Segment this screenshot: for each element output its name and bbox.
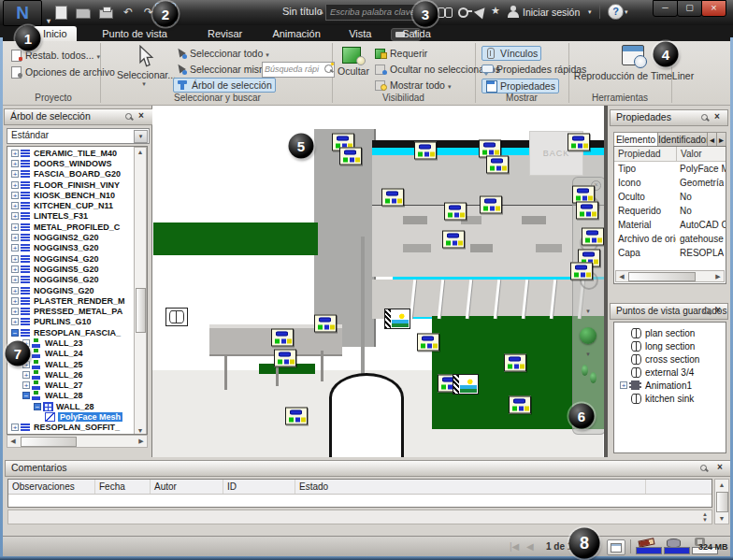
tree-item[interactable]: −RESOPLAN_FASCIA_ (9, 327, 133, 337)
viewpoint-item[interactable]: +Animation1 (614, 379, 726, 392)
collapse-icon[interactable]: − (11, 329, 19, 337)
orbit-tool-button[interactable] (580, 327, 596, 344)
link-annotation-icon[interactable] (486, 156, 509, 174)
file-options-button[interactable]: Opciones de archivo (10, 65, 115, 79)
sign-in-button[interactable]: Iniciar sesión (523, 7, 580, 18)
tree-item[interactable]: +KIOSK_BENCH_N10 (9, 190, 133, 200)
tree-item[interactable]: −WALL_28 (9, 401, 133, 411)
column-header-id[interactable]: ID (223, 480, 295, 494)
pin-icon[interactable] (702, 307, 711, 315)
reset-all-button[interactable]: Restab. todos... ▾ (10, 49, 100, 64)
tree-item[interactable]: +NOGGINS6_G20 (9, 275, 133, 285)
link-annotation-icon[interactable] (442, 231, 465, 249)
scene-viewport[interactable]: BACK × ▼ ▼ (152, 105, 604, 458)
dock-divider[interactable] (604, 105, 608, 457)
selection-tree-panel-title[interactable]: Árbol de selección × (4, 108, 153, 125)
link-annotation-icon[interactable] (285, 408, 308, 425)
quick-properties-button[interactable]: Propiedades rápidas (481, 63, 586, 76)
collapse-icon[interactable]: − (34, 403, 41, 410)
expand-icon[interactable]: + (11, 266, 19, 273)
expand-icon[interactable]: + (11, 212, 19, 220)
close-button[interactable]: × (701, 0, 726, 17)
undo-button[interactable]: ↶ (120, 5, 137, 20)
property-row[interactable]: CapaRESOPLA (614, 246, 726, 260)
scrollbar-thumb[interactable] (716, 492, 728, 512)
link-annotation-icon[interactable] (274, 350, 296, 367)
viewpoint-item[interactable]: kitchen sink (614, 392, 726, 405)
expand-icon[interactable]: + (11, 150, 19, 157)
expand-icon[interactable]: + (11, 202, 19, 209)
link-annotation-icon[interactable] (570, 263, 593, 280)
favorites-star-icon[interactable]: ★ (491, 5, 500, 17)
link-annotation-icon[interactable] (381, 189, 404, 207)
tree-item[interactable]: +KITCHEN_CUP_N11 (9, 200, 133, 210)
minimize-button[interactable]: ─ (653, 0, 678, 17)
cube-annotation-icon[interactable] (165, 308, 188, 326)
require-button[interactable]: Requerir (375, 47, 427, 60)
tree-item[interactable]: +PLASTER_RENDER_M (9, 295, 133, 306)
spinner-down-icon[interactable]: ▼ (702, 517, 708, 523)
hide-button[interactable]: Ocultar (336, 45, 371, 77)
tree-item[interactable]: +NOGGINS_G20 (9, 285, 133, 295)
viewpoint-item[interactable]: plan section (614, 326, 726, 339)
tab-punto-de-vista[interactable]: Punto de vista (93, 26, 177, 41)
communication-center-icon[interactable] (474, 4, 489, 19)
collapse-icon[interactable]: − (22, 392, 30, 399)
expand-icon[interactable]: + (11, 308, 19, 315)
expand-icon[interactable]: + (11, 244, 19, 251)
property-row[interactable]: IconoGeometría (614, 176, 726, 190)
column-header-autor[interactable]: Autor (151, 480, 223, 494)
link-annotation-icon[interactable] (568, 134, 590, 151)
properties-horizontal-scrollbar[interactable]: ◀ ▶ (615, 270, 725, 282)
chevron-down-icon[interactable]: ▼ (585, 309, 591, 314)
properties-grid[interactable]: Propiedad Valor TipoPolyFace MIconoGeome… (613, 146, 726, 284)
viewpoint-item[interactable]: external 3/4 (614, 366, 726, 379)
expand-icon[interactable]: + (11, 234, 19, 241)
subscription-key-icon[interactable] (458, 7, 471, 16)
link-annotation-icon[interactable] (444, 203, 467, 221)
pin-icon[interactable] (699, 464, 708, 472)
expand-icon[interactable]: + (11, 424, 19, 431)
expand-icon[interactable]: + (11, 223, 19, 231)
tree-vertical-scrollbar[interactable]: ▲ ▼ (134, 147, 147, 435)
expand-icon[interactable]: + (11, 192, 19, 199)
sheet-browser-button[interactable] (607, 539, 625, 555)
expand-icon[interactable]: + (11, 318, 19, 325)
comments-panel-title[interactable]: Comentarios × (5, 460, 733, 477)
link-annotation-icon[interactable] (509, 396, 531, 414)
viewpoint-item[interactable]: long section (614, 339, 726, 352)
viewpoint-link-icon[interactable] (384, 309, 410, 329)
new-file-button[interactable] (52, 5, 69, 20)
tree-item[interactable]: +FASCIA_BOARD_G20 (9, 169, 133, 179)
tree-item[interactable]: +WALL_27 (9, 381, 133, 391)
tree-item[interactable]: +FLOOR_FINISH_VINY (9, 179, 133, 190)
sign-in-dropdown-icon[interactable]: ▾ (588, 8, 592, 16)
open-file-button[interactable] (75, 5, 92, 20)
saved-viewpoints-list[interactable]: plan sectionlong sectioncross sectionext… (613, 322, 726, 453)
property-row[interactable]: TipoPolyFace M (614, 162, 726, 176)
expand-icon[interactable]: + (11, 170, 19, 178)
maximize-button[interactable]: ▢ (677, 0, 702, 17)
viewpoint-item[interactable]: cross section (614, 352, 726, 366)
tree-item[interactable]: +CERAMIC_TILE_M40 (9, 148, 133, 158)
quick-find-input[interactable]: Búsqueda rápi (262, 62, 335, 78)
link-annotation-icon[interactable] (480, 196, 502, 214)
scrollbar-thumb[interactable] (136, 288, 146, 333)
tree-item[interactable]: +RESOPLAN_SOFFIT_ (9, 423, 133, 433)
comments-vertical-scrollbar[interactable]: ▲ ▼ (714, 479, 729, 524)
expand-icon[interactable]: + (620, 381, 627, 389)
tree-item[interactable]: +LINTELS_F31 (9, 211, 133, 222)
pin-icon[interactable] (700, 113, 709, 122)
application-menu-button[interactable]: N▾ (3, 0, 42, 26)
expand-icon[interactable]: + (11, 276, 19, 283)
tab-animación[interactable]: Animación (263, 26, 329, 41)
selection-tree-button[interactable]: Árbol de selección (173, 78, 276, 93)
search-icon[interactable] (438, 7, 453, 17)
link-annotation-icon[interactable] (576, 202, 598, 220)
tree-item[interactable]: +METAL_PROFILED_C (9, 222, 133, 232)
property-row[interactable]: MaterialAutoCAD C (614, 218, 726, 232)
tree-item[interactable]: +NOGGINS3_G20 (9, 243, 133, 253)
close-icon[interactable]: × (711, 111, 723, 122)
expand-icon[interactable]: + (11, 181, 19, 189)
select-all-button[interactable]: Seleccionar todo ▾ (175, 47, 269, 62)
